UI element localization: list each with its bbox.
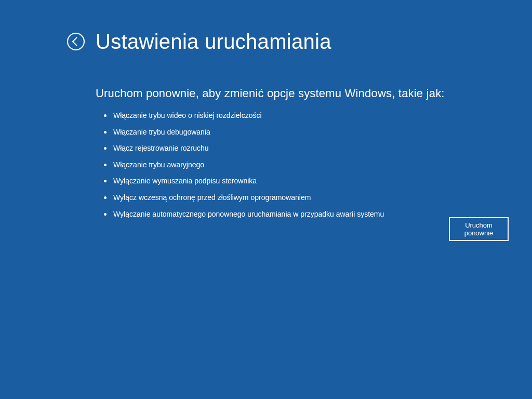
- back-button[interactable]: [66, 32, 85, 51]
- list-item: Włączanie trybu awaryjnego: [104, 160, 532, 170]
- list-item: Włączanie trybu debugowania: [104, 127, 532, 138]
- list-item: Włącz rejestrowanie rozruchu: [104, 143, 532, 154]
- svg-point-0: [68, 33, 84, 50]
- restart-button[interactable]: Uruchom ponownie: [449, 217, 509, 241]
- page-title: Ustawienia uruchamiania: [96, 30, 331, 54]
- list-item: Wyłączanie wymuszania podpisu sterownika: [104, 176, 532, 187]
- list-item: Włączanie trybu wideo o niskiej rozdziel…: [104, 111, 532, 121]
- options-list: Włączanie trybu wideo o niskiej rozdziel…: [96, 111, 532, 219]
- list-item: Wyłącz wczesną ochronę przed złośliwym o…: [104, 193, 532, 203]
- arrow-left-circle-icon: [66, 44, 85, 52]
- page-subtitle: Uruchom ponownie, aby zmienić opcje syst…: [96, 87, 532, 100]
